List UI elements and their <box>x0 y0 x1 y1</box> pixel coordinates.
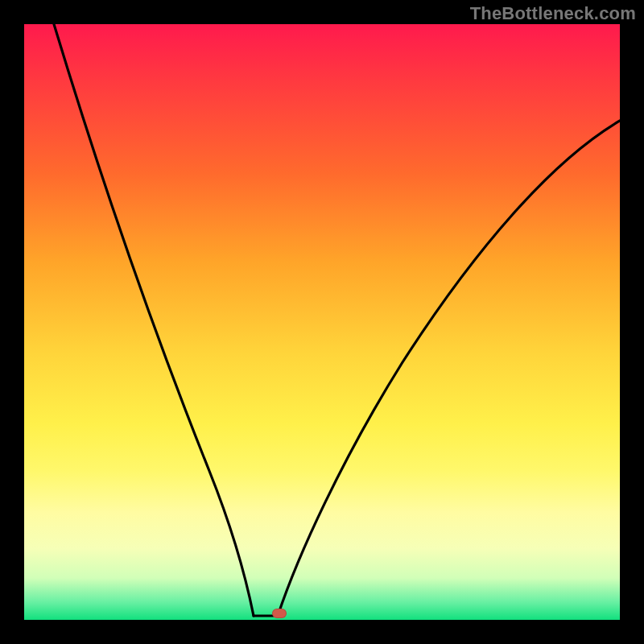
plot-area <box>24 24 620 620</box>
curve-left-branch <box>54 24 254 616</box>
outer-frame: TheBottleneck.com <box>0 0 644 644</box>
bottleneck-curve <box>24 24 620 620</box>
watermark-text: TheBottleneck.com <box>470 3 636 24</box>
curve-right-branch <box>278 121 620 616</box>
minimum-marker-dot <box>272 609 287 618</box>
